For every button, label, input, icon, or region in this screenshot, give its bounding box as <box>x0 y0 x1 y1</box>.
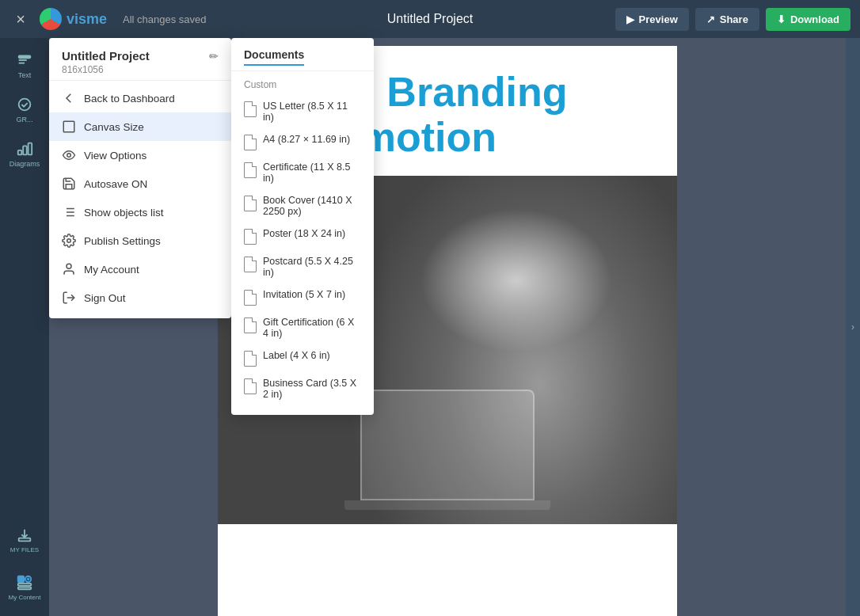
topbar: × visme All changes saved Untitled Proje… <box>0 0 860 38</box>
doc-icon <box>244 318 257 333</box>
back-to-dashboard-item[interactable]: Back to Dashboard <box>49 84 231 112</box>
publish-settings-label: Publish Settings <box>84 235 161 247</box>
svg-rect-7 <box>19 538 31 542</box>
autosave-item[interactable]: Autosave ON <box>49 169 231 198</box>
submenu-title: Documents <box>244 48 304 66</box>
svg-point-15 <box>67 154 71 158</box>
project-menu-header: Untitled Project ✏ 816x1056 <box>49 38 231 81</box>
laptop-silhouette <box>360 390 535 500</box>
doc-icon <box>244 196 257 211</box>
svg-rect-5 <box>23 146 27 154</box>
doc-invitation[interactable]: Invitation (5 X 7 in) <box>231 283 374 311</box>
laptop-base <box>344 500 550 510</box>
sign-out-icon <box>62 291 76 305</box>
preview-label: Preview <box>639 13 678 25</box>
right-panel-toggle[interactable]: › <box>846 38 860 616</box>
svg-rect-12 <box>18 584 32 586</box>
sign-out-label: Sign Out <box>84 292 126 304</box>
publish-settings-item[interactable]: Publish Settings <box>49 226 231 255</box>
doc-icon <box>244 229 257 245</box>
svg-rect-14 <box>63 121 74 132</box>
doc-icon <box>244 162 257 178</box>
sidebar-diagrams-label: Diagrams <box>10 160 40 168</box>
sidebar-graphics-label: GR... <box>16 116 32 124</box>
doc-label[interactable]: Label (4 X 6 in) <box>231 344 374 372</box>
right-toggle-icon: › <box>851 321 854 333</box>
left-sidebar: Text GR... Diagrams MY FILES My Content <box>0 38 49 616</box>
autosave-icon <box>62 177 76 191</box>
logo-icon <box>40 8 62 30</box>
project-size: 816x1056 <box>62 64 219 75</box>
doc-label-label: Label (4 X 6 in) <box>263 350 330 361</box>
autosave-label: Autosave ON <box>84 178 147 190</box>
doc-a4[interactable]: A4 (8.27 × 11.69 in) <box>231 128 374 156</box>
show-objects-label: Show objects list <box>84 207 164 219</box>
my-account-item[interactable]: My Account <box>49 255 231 283</box>
sidebar-myfiles-btn[interactable]: MY FILES <box>4 519 45 561</box>
svg-rect-6 <box>29 143 32 154</box>
doc-poster[interactable]: Poster (18 X 24 in) <box>231 222 374 250</box>
submenu-header: Documents <box>231 48 374 71</box>
doc-icon <box>244 351 257 367</box>
share-label: Share <box>720 13 748 25</box>
topbar-right: ▶ Preview ↗ Share ⬇ Download <box>615 8 850 31</box>
doc-us-letter[interactable]: US Letter (8.5 X 11 in) <box>231 95 374 128</box>
doc-certificate[interactable]: Certificate (11 X 8.5 in) <box>231 156 374 189</box>
doc-icon <box>244 257 257 272</box>
doc-poster-label: Poster (18 X 24 in) <box>263 228 345 239</box>
doc-icon <box>244 101 257 117</box>
canvas-size-label: Canvas Size <box>84 121 144 133</box>
doc-gift-cert[interactable]: Gift Certification (6 X 4 in) <box>231 311 374 344</box>
doc-invitation-label: Invitation (5 X 7 in) <box>263 289 345 300</box>
documents-submenu: Documents Custom US Letter (8.5 X 11 in)… <box>231 38 374 415</box>
edit-title-icon[interactable]: ✏ <box>209 50 219 63</box>
submenu-subtitle: Custom <box>231 74 374 95</box>
my-account-icon <box>62 262 76 276</box>
doc-postcard-label: Postcard (5.5 X 4.25 in) <box>263 256 361 278</box>
doc-icon <box>244 135 257 150</box>
doc-postcard[interactable]: Postcard (5.5 X 4.25 in) <box>231 250 374 283</box>
doc-gift-cert-label: Gift Certification (6 X 4 in) <box>263 317 361 339</box>
svg-rect-4 <box>18 150 22 154</box>
my-account-label: My Account <box>84 264 139 276</box>
canvas-size-item[interactable]: Canvas Size <box>49 112 231 141</box>
project-menu-title: Untitled Project <box>62 49 150 63</box>
doc-us-letter-label: US Letter (8.5 X 11 in) <box>263 101 361 123</box>
project-title-row: Untitled Project ✏ <box>62 49 219 63</box>
back-to-dashboard-label: Back to Dashboard <box>84 93 175 105</box>
svg-rect-8 <box>18 576 24 582</box>
view-options-icon <box>62 148 76 162</box>
saved-status: All changes saved <box>123 13 207 25</box>
sidebar-mycontent-label: My Content <box>9 594 41 601</box>
sidebar-graphics-btn[interactable]: GR... <box>4 89 45 130</box>
sidebar-diagrams-btn[interactable]: Diagrams <box>4 133 45 174</box>
show-objects-icon <box>62 205 76 219</box>
preview-button[interactable]: ▶ Preview <box>615 8 689 31</box>
show-objects-item[interactable]: Show objects list <box>49 198 231 226</box>
view-options-label: View Options <box>84 150 147 162</box>
sidebar-myfiles-label: MY FILES <box>10 546 39 553</box>
doc-icon <box>244 378 257 394</box>
svg-point-22 <box>67 239 71 243</box>
download-button[interactable]: ⬇ Download <box>766 8 850 31</box>
preview-icon: ▶ <box>626 13 634 25</box>
close-button[interactable]: × <box>10 8 32 30</box>
doc-book-cover[interactable]: Book Cover (1410 X 2250 px) <box>231 189 374 222</box>
logo-text: visme <box>67 11 107 28</box>
share-icon: ↗ <box>706 13 715 25</box>
topbar-left: × visme All changes saved <box>10 8 615 30</box>
sidebar-text-label: Text <box>18 71 32 79</box>
svg-point-23 <box>67 264 71 268</box>
share-button[interactable]: ↗ Share <box>695 8 759 31</box>
svg-point-3 <box>19 98 31 110</box>
main-layout: Text GR... Diagrams MY FILES My Content … <box>0 38 860 616</box>
back-icon <box>62 91 76 105</box>
sign-out-item[interactable]: Sign Out <box>49 283 231 312</box>
sidebar-text-btn[interactable]: Text <box>4 44 45 86</box>
doc-business-card-label: Business Card (3.5 X 2 in) <box>263 378 361 400</box>
doc-business-card[interactable]: Business Card (3.5 X 2 in) <box>231 372 374 405</box>
doc-icon <box>244 290 257 306</box>
sidebar-mycontent-btn[interactable]: My Content <box>4 567 45 608</box>
view-options-item[interactable]: View Options <box>49 141 231 169</box>
doc-book-cover-label: Book Cover (1410 X 2250 px) <box>263 195 361 217</box>
